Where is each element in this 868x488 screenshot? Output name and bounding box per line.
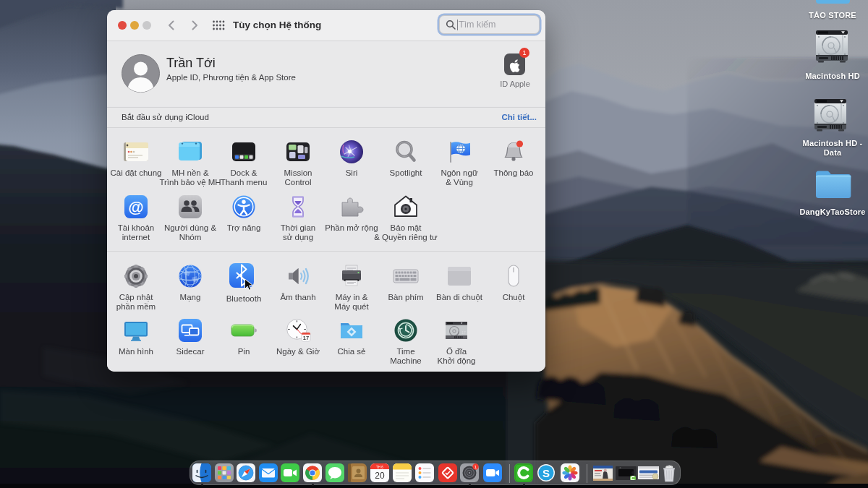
svg-text:17: 17 <box>461 330 466 335</box>
svg-text:20: 20 <box>375 471 385 481</box>
svg-text:S: S <box>542 467 549 479</box>
svg-text:17: 17 <box>303 335 309 341</box>
svg-text:TH 6: TH 6 <box>376 466 383 469</box>
svg-text:@: @ <box>128 198 143 216</box>
